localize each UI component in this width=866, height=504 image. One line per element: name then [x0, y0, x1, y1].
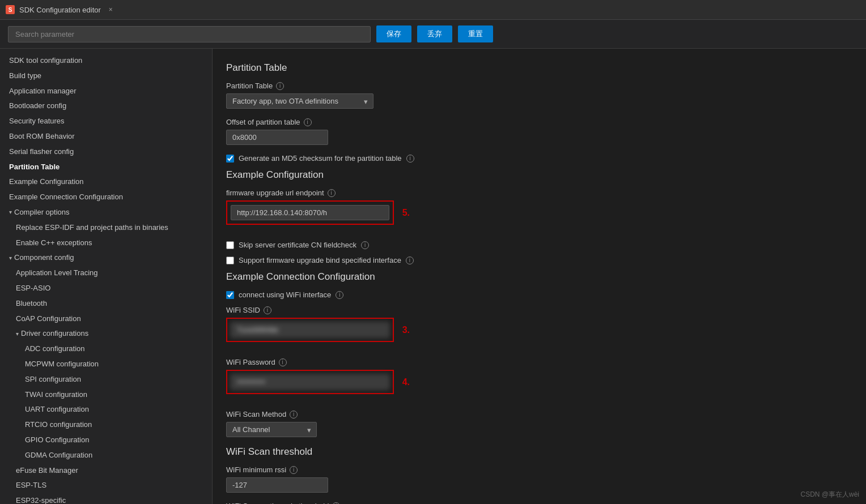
- sidebar-item-replace-esp-idf[interactable]: Replace ESP-IDF and project paths in bin…: [0, 220, 212, 236]
- sidebar-item-bootloader[interactable]: Bootloader config: [0, 99, 212, 114]
- sidebar-item-driver-configs[interactable]: ▾ Driver configurations: [0, 326, 212, 341]
- main-layout: SDK tool configuration Build type Applic…: [0, 49, 866, 504]
- skip-cert-label: Skip server certificate CN fieldcheck: [239, 241, 356, 249]
- app-title: SDK Configuration editor: [19, 6, 101, 14]
- sidebar-item-esp-tls[interactable]: ESP-TLS: [0, 478, 212, 493]
- sidebar-item-enable-cpp[interactable]: Enable C++ exceptions: [0, 236, 212, 251]
- support-bind-row: Support firmware upgrade bind specified …: [226, 256, 852, 264]
- step4-label: 4.: [402, 377, 410, 387]
- wifi-password-label: WiFi Password i: [226, 358, 852, 366]
- sidebar-item-gpio[interactable]: GPIO Configuration: [0, 433, 212, 448]
- partition-table-select-wrapper: Factory app, two OTA definitions: [226, 93, 373, 109]
- skip-cert-row: Skip server certificate CN fieldcheck i: [226, 241, 852, 249]
- wifi-password-group: WiFi Password i 4.: [226, 358, 852, 401]
- info-icon-skip-cert[interactable]: i: [361, 241, 369, 249]
- watermark: CSDN @事在人wèi: [800, 490, 859, 499]
- partition-table-select[interactable]: Factory app, two OTA definitions: [226, 93, 373, 109]
- example-connection-title: Example Connection Configuration: [226, 271, 852, 283]
- partition-table-title: Partition Table: [226, 62, 852, 74]
- md5-label: Generate an MD5 checksum for the partiti…: [239, 154, 402, 163]
- sidebar-item-esp-asio[interactable]: ESP-ASIO: [0, 281, 212, 296]
- info-icon-ssid[interactable]: i: [264, 306, 271, 314]
- step5-label: 5.: [402, 208, 410, 218]
- sidebar-item-security[interactable]: Security features: [0, 114, 212, 129]
- chevron-down-icon-2: ▾: [9, 254, 12, 263]
- info-icon-firmware[interactable]: i: [328, 189, 336, 197]
- sidebar-item-boot-rom[interactable]: Boot ROM Behavior: [0, 129, 212, 144]
- info-icon-password[interactable]: i: [279, 358, 287, 366]
- search-input[interactable]: [8, 26, 371, 42]
- sidebar-item-rtcio[interactable]: RTCIO configuration: [0, 417, 212, 433]
- md5-checkbox-row: Generate an MD5 checksum for the partiti…: [226, 154, 852, 163]
- content-area: Partition Table Partition Table i Factor…: [213, 49, 866, 504]
- partition-table-field-group: Partition Table i Factory app, two OTA d…: [226, 82, 852, 109]
- wifi-password-highlight: 4.: [226, 370, 394, 394]
- sidebar-item-mcpwm[interactable]: MCPWM configuration: [0, 357, 212, 372]
- sidebar-item-spi[interactable]: SPI configuration: [0, 372, 212, 387]
- reset-button[interactable]: 重置: [458, 25, 493, 42]
- wifi-scan-method-group: WiFi Scan Method i All Channel: [226, 410, 852, 437]
- sidebar-item-gdma[interactable]: GDMA Configuration: [0, 448, 212, 463]
- sidebar-item-coap[interactable]: CoAP Configuration: [0, 311, 212, 327]
- titlebar: S SDK Configuration editor ×: [0, 0, 866, 20]
- sidebar-item-example-connection[interactable]: Example Connection Configuration: [0, 190, 212, 205]
- scan-auth-group: WiFi Scan auth mode threshold i OPEN: [226, 502, 852, 504]
- sidebar-item-example-config[interactable]: Example Configuration: [0, 174, 212, 190]
- info-icon-bind[interactable]: i: [406, 257, 414, 264]
- wifi-ssid-group: WiFi SSID i 3.: [226, 306, 852, 349]
- example-config-section: Example Configuration firmware upgrade u…: [226, 169, 852, 264]
- sidebar-item-build-type[interactable]: Build type: [0, 69, 212, 84]
- info-icon-scan-auth[interactable]: i: [332, 502, 340, 505]
- support-bind-checkbox[interactable]: [226, 257, 234, 264]
- wifi-password-input[interactable]: [231, 374, 389, 390]
- info-icon-md5[interactable]: i: [406, 155, 414, 163]
- connect-wifi-checkbox[interactable]: [226, 291, 234, 299]
- sidebar-item-uart[interactable]: UART configuration: [0, 402, 212, 417]
- wifi-scan-method-label: WiFi Scan Method i: [226, 410, 852, 418]
- sidebar-item-serial-flasher[interactable]: Serial flasher config: [0, 144, 212, 160]
- chevron-down-icon-3: ▾: [16, 330, 19, 339]
- firmware-url-label: firmware upgrade url endpoint i: [226, 189, 852, 197]
- firmware-url-input[interactable]: [231, 205, 389, 220]
- sidebar-item-twai[interactable]: TWAI configuration: [0, 387, 212, 403]
- wifi-scan-method-select[interactable]: All Channel: [226, 422, 317, 437]
- example-connection-section: Example Connection Configuration connect…: [226, 271, 852, 437]
- close-tab-button[interactable]: ×: [109, 6, 113, 14]
- skip-cert-checkbox[interactable]: [226, 241, 234, 249]
- info-icon-connect-wifi[interactable]: i: [336, 291, 343, 299]
- wifi-ssid-input[interactable]: [231, 322, 389, 338]
- min-rssi-label: WiFi minimum rssi i: [226, 465, 852, 474]
- step3-label: 3.: [402, 325, 410, 335]
- connect-wifi-label: connect using WiFi interface: [239, 291, 331, 299]
- toolbar: 保存 丢弃 重置: [0, 20, 866, 49]
- chevron-down-icon: ▾: [9, 208, 12, 217]
- partition-table-label: Partition Table i: [226, 82, 852, 90]
- sidebar-item-app-manager[interactable]: Application manager: [0, 84, 212, 99]
- sidebar-item-esp32-specific[interactable]: ESP32-specific: [0, 493, 212, 504]
- firmware-url-group: firmware upgrade url endpoint i 5.: [226, 189, 852, 232]
- info-icon-scan-method[interactable]: i: [290, 411, 298, 418]
- min-rssi-input[interactable]: [226, 477, 328, 493]
- wifi-scan-threshold-title: WiFi Scan threshold: [226, 446, 852, 458]
- info-icon-partition[interactable]: i: [276, 82, 284, 90]
- connect-wifi-row: connect using WiFi interface i: [226, 291, 852, 299]
- example-config-title: Example Configuration: [226, 169, 852, 181]
- discard-button[interactable]: 丢弃: [417, 25, 452, 42]
- save-button[interactable]: 保存: [376, 25, 411, 42]
- sidebar-item-efuse[interactable]: eFuse Bit Manager: [0, 463, 212, 479]
- sidebar-item-adc[interactable]: ADC configuration: [0, 341, 212, 357]
- sidebar-item-bluetooth[interactable]: Bluetooth: [0, 296, 212, 311]
- offset-input[interactable]: [226, 130, 328, 145]
- info-icon-offset[interactable]: i: [304, 118, 312, 126]
- info-icon-rssi[interactable]: i: [290, 466, 298, 474]
- sidebar-item-component-config[interactable]: ▾ Component config: [0, 250, 212, 266]
- sidebar-item-compiler-options[interactable]: ▾ Compiler options: [0, 205, 212, 220]
- sidebar-item-sdk-tool[interactable]: SDK tool configuration: [0, 53, 212, 69]
- offset-label: Offset of partition table i: [226, 118, 852, 126]
- sidebar-item-partition-table[interactable]: Partition Table: [0, 160, 212, 175]
- wifi-scan-method-select-wrapper: All Channel: [226, 422, 317, 437]
- firmware-url-highlight: 5.: [226, 200, 394, 225]
- partition-table-section: Partition Table Partition Table i Factor…: [226, 62, 852, 163]
- sidebar-item-app-tracing[interactable]: Application Level Tracing: [0, 266, 212, 281]
- md5-checkbox[interactable]: [226, 155, 234, 163]
